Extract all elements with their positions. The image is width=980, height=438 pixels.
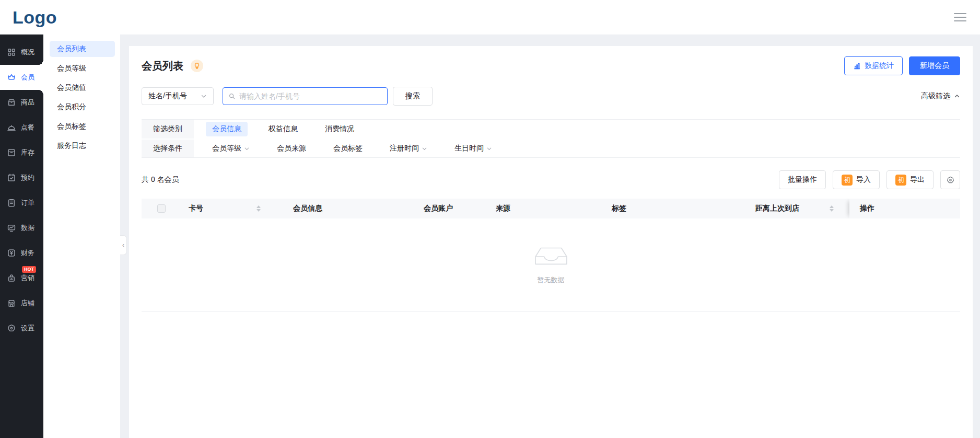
sidebar-collapse-handle[interactable]: ‹	[120, 235, 127, 255]
shop-bag-icon	[7, 273, 16, 283]
sidebar-item-ordering[interactable]: 点餐	[0, 115, 43, 140]
gear-icon	[946, 176, 955, 185]
beginner-badge: 初	[842, 175, 853, 186]
submenu: 会员列表 会员等级 会员储值 会员积分 会员标签 服务日志 ‹	[43, 34, 120, 438]
column-tags: 标签	[612, 204, 755, 213]
sidebar-item-marketing[interactable]: 营销 HOT	[0, 266, 43, 291]
sidebar-item-overview[interactable]: 概况	[0, 40, 43, 65]
logo: Logo	[13, 7, 57, 28]
search-icon	[228, 93, 236, 100]
empty-text: 暂无数据	[538, 275, 565, 285]
batch-actions-button[interactable]: 批量操作	[779, 170, 826, 189]
member-count: 共 0 名会员	[142, 175, 179, 185]
grid-icon	[7, 48, 16, 57]
filter-tab-rights-info[interactable]: 权益信息	[269, 124, 298, 134]
filter-tab-member-info[interactable]: 会员信息	[206, 122, 248, 136]
sidebar-item-finance[interactable]: 财务	[0, 240, 43, 266]
chevron-up-icon	[954, 93, 960, 99]
hamburger-menu-icon[interactable]	[954, 13, 966, 21]
app: Logo 概况 会员 商品 点餐 库存	[0, 0, 980, 438]
empty-state: 暂无数据	[142, 218, 960, 312]
monitor-chart-icon	[7, 223, 16, 233]
column-member-account: 会员账户	[424, 204, 496, 213]
sidebar-item-data[interactable]: 数据	[0, 215, 43, 240]
column-actions: 操作	[849, 199, 960, 218]
clipboard-icon	[7, 198, 16, 208]
submenu-item-member-list[interactable]: 会员列表	[50, 41, 115, 57]
toolbar-row: 共 0 名会员 批量操作 初 导入 初 导出	[142, 170, 960, 189]
filter-birthday-time-dropdown[interactable]: 生日时间	[454, 144, 492, 153]
search-field-select[interactable]: 姓名/手机号	[142, 87, 214, 105]
column-source: 来源	[496, 204, 612, 213]
submenu-item-member-level[interactable]: 会员等级	[50, 60, 115, 76]
tip-lightbulb-icon[interactable]	[191, 60, 203, 72]
inventory-icon	[7, 148, 16, 157]
advanced-filter-toggle[interactable]: 高级筛选	[921, 91, 960, 101]
filter-member-tags[interactable]: 会员标签	[333, 144, 363, 153]
sort-icon[interactable]	[256, 205, 261, 212]
sidebar-item-products[interactable]: 商品	[0, 90, 43, 115]
import-button[interactable]: 初 导入	[833, 170, 880, 189]
filter-tab-consumption[interactable]: 消费情况	[325, 124, 354, 134]
search-box	[223, 87, 388, 105]
sidebar: 概况 会员 商品 点餐 库存 预约	[0, 34, 43, 438]
select-all-cell	[142, 204, 189, 213]
select-all-checkbox[interactable]	[157, 204, 166, 213]
content-card: 会员列表 数据统计 新增会员 姓名/手机号	[129, 46, 973, 438]
submenu-item-member-points[interactable]: 会员积分	[50, 99, 115, 115]
sort-icon[interactable]	[830, 205, 834, 212]
member-table: 卡号 会员信息 会员账户 来源 标签 距离上次到店 是否绑定 操作	[142, 199, 960, 312]
empty-box-icon	[534, 245, 568, 270]
filter-condition-label: 选择条件	[142, 140, 194, 157]
export-button[interactable]: 初 导出	[886, 170, 934, 189]
column-member-info: 会员信息	[293, 204, 424, 213]
filter-register-time-dropdown[interactable]: 注册时间	[390, 144, 427, 153]
chevron-down-icon	[201, 93, 207, 99]
filter-category-label: 筛选类别	[142, 120, 194, 139]
crown-icon	[7, 73, 16, 82]
sidebar-item-shop[interactable]: 店铺	[0, 291, 43, 316]
page-title: 会员列表	[142, 59, 183, 73]
filter-panel: 筛选类别 会员信息 权益信息 消费情况 选择条件 会员等级	[142, 119, 960, 158]
add-member-button[interactable]: 新增会员	[909, 56, 960, 75]
gear-icon	[7, 324, 16, 333]
filter-condition-options: 会员等级 会员来源 会员标签 注册时间 生日时间	[194, 140, 492, 157]
filter-member-source[interactable]: 会员来源	[277, 144, 306, 153]
storefront-icon	[7, 298, 16, 308]
top-header: Logo	[0, 0, 980, 34]
cloche-icon	[7, 123, 16, 132]
search-button[interactable]: 搜索	[393, 87, 433, 106]
sidebar-item-settings[interactable]: 设置	[0, 316, 43, 341]
filter-category-options: 会员信息 权益信息 消费情况	[194, 120, 354, 139]
chevron-down-icon	[422, 146, 427, 152]
sidebar-item-reservation[interactable]: 预约	[0, 165, 43, 190]
chevron-down-icon	[244, 146, 250, 152]
sidebar-item-inventory[interactable]: 库存	[0, 140, 43, 165]
table-header: 卡号 会员信息 会员账户 来源 标签 距离上次到店 是否绑定 操作	[142, 199, 960, 218]
beginner-badge: 初	[895, 175, 906, 186]
search-row: 姓名/手机号 搜索 高级筛选	[142, 87, 960, 106]
data-stats-button[interactable]: 数据统计	[844, 56, 903, 75]
submenu-item-member-stored-value[interactable]: 会员储值	[50, 79, 115, 96]
filter-member-level-dropdown[interactable]: 会员等级	[212, 144, 250, 153]
hot-badge: HOT	[22, 266, 36, 273]
sidebar-item-members[interactable]: 会员	[0, 65, 43, 90]
submenu-item-member-tags[interactable]: 会员标签	[50, 118, 115, 134]
title-row: 会员列表 数据统计 新增会员	[142, 46, 960, 77]
filter-category-row: 筛选类别 会员信息 权益信息 消费情况	[142, 120, 960, 139]
toolbar-actions: 批量操作 初 导入 初 导出	[779, 170, 960, 189]
title-actions: 数据统计 新增会员	[844, 56, 960, 75]
bar-chart-icon	[853, 62, 861, 70]
body-shell: 概况 会员 商品 点餐 库存 预约	[0, 34, 980, 438]
calendar-check-icon	[7, 173, 16, 182]
sidebar-item-orders[interactable]: 订单	[0, 190, 43, 215]
chevron-down-icon	[486, 146, 492, 152]
column-settings-button[interactable]	[940, 170, 960, 189]
search-input[interactable]	[239, 92, 382, 100]
yen-square-icon	[7, 248, 16, 258]
submenu-item-service-log[interactable]: 服务日志	[50, 137, 115, 154]
column-card-number[interactable]: 卡号	[189, 204, 293, 213]
main-content: 会员列表 数据统计 新增会员 姓名/手机号	[120, 34, 980, 438]
box-icon	[7, 98, 16, 107]
filter-condition-row: 选择条件 会员等级 会员来源 会员标签 注册时间	[142, 139, 960, 157]
